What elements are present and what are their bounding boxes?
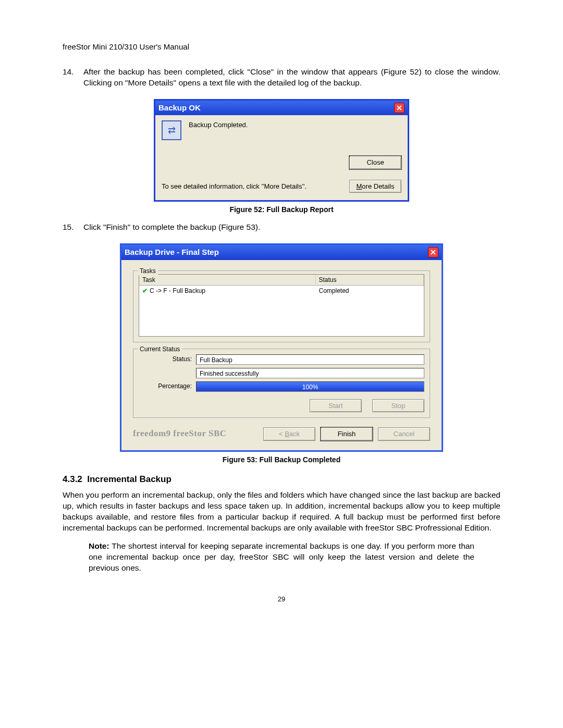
dialog2-title: Backup Drive - Final Step: [125, 247, 219, 257]
figure-53-caption: Figure 53: Full Backup Completed: [63, 455, 500, 465]
section-heading: 4.3.2 Incremental Backup: [63, 474, 500, 486]
doc-header: freeStor Mini 210/310 User's Manual: [63, 42, 500, 52]
back-accel: B: [285, 430, 289, 438]
task-name: C -> F - Full Backup: [150, 287, 205, 295]
cancel-button[interactable]: Cancel: [378, 427, 430, 441]
more-details-rest: ore Details: [362, 182, 394, 190]
current-status-fieldset: Current Status Status: Full Backup Finis…: [133, 349, 430, 418]
step-14: 14. After the backup has been completed,…: [63, 67, 500, 89]
back-button[interactable]: < Back: [263, 427, 315, 441]
current-status-legend: Current Status: [138, 345, 182, 353]
step-14-number: 14.: [63, 67, 83, 89]
figure-52-caption: Figure 52: Full Backup Report: [63, 205, 500, 215]
more-details-accel: M: [357, 182, 362, 190]
progress-text: 100%: [197, 382, 424, 391]
step-15-text: Click "Finish" to complete the backup (F…: [83, 222, 500, 233]
tasks-legend: Tasks: [138, 267, 158, 275]
tasks-table: Task Status ✔C -> F - Full Backup Comple…: [139, 274, 424, 337]
status-label: Status:: [139, 355, 196, 363]
final-step-dialog: Backup Drive - Final Step ✕ Tasks Task S…: [120, 243, 443, 451]
dialog2-titlebar: Backup Drive - Final Step ✕: [121, 245, 442, 260]
status-value-2: Finished successfully: [196, 368, 424, 378]
start-button[interactable]: Start: [310, 399, 362, 413]
table-row: ✔C -> F - Full Backup Completed: [139, 286, 424, 296]
close-icon[interactable]: ✕: [428, 247, 438, 257]
note-block: Note: The shortest interval for keeping …: [63, 541, 500, 574]
task-status: Completed: [316, 287, 424, 295]
close-icon[interactable]: ✕: [394, 103, 405, 113]
more-details-hint: To see detailed information, click ''Mor…: [162, 182, 307, 191]
stop-button[interactable]: Stop: [372, 399, 424, 413]
dialog-title: Backup OK: [158, 103, 201, 113]
backup-completed-message: Backup Completed.: [189, 120, 248, 130]
back-pre: <: [279, 430, 285, 438]
back-rest: ack: [289, 430, 300, 438]
status-value-1: Full Backup: [196, 354, 424, 365]
note-text: The shortest interval for keeping separa…: [89, 541, 474, 572]
more-details-button[interactable]: More Details: [349, 180, 401, 193]
info-icon: ⇄: [162, 120, 181, 140]
page-number: 29: [63, 595, 500, 604]
dialog-titlebar: Backup OK ✕: [155, 101, 408, 115]
section-paragraph: When you perform an incremental backup, …: [63, 490, 500, 534]
backup-ok-dialog: Backup OK ✕ ⇄ Backup Completed. Close To…: [154, 99, 409, 202]
note-label: Note:: [89, 541, 109, 550]
section-number: 4.3.2: [63, 474, 82, 484]
tasks-fieldset: Tasks Task Status ✔C -> F - Full Backup …: [133, 270, 430, 342]
progress-bar: 100%: [196, 381, 424, 392]
brand-label: freedom9 freeStor SBC: [133, 428, 263, 440]
finish-button[interactable]: Finish: [321, 427, 373, 441]
check-icon: ✔: [142, 287, 148, 295]
figure-52: Backup OK ✕ ⇄ Backup Completed. Close To…: [63, 99, 500, 202]
figure-53: Backup Drive - Final Step ✕ Tasks Task S…: [63, 243, 500, 451]
step-15-number: 15.: [63, 222, 83, 233]
col-task: Task: [139, 275, 316, 285]
step-14-text: After the backup has been completed, cli…: [83, 67, 500, 89]
section-title: Incremental Backup: [87, 474, 172, 484]
close-button[interactable]: Close: [349, 156, 401, 169]
col-status: Status: [316, 275, 424, 285]
percentage-label: Percentage:: [139, 382, 196, 390]
step-15: 15. Click "Finish" to complete the backu…: [63, 222, 500, 233]
